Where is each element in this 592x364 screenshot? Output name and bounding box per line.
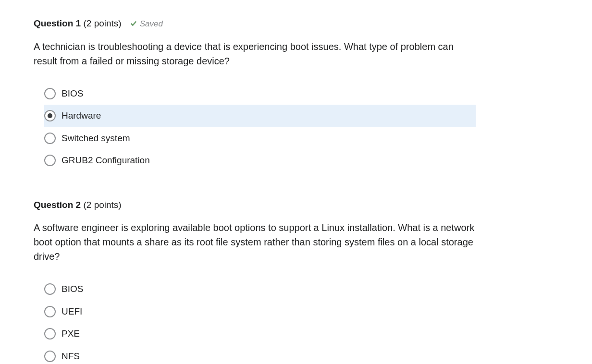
option-bios[interactable]: BIOS xyxy=(44,83,476,105)
option-pxe[interactable]: PXE xyxy=(44,323,476,345)
question-text: A technician is troubleshooting a device… xyxy=(34,39,476,68)
option-nfs[interactable]: NFS xyxy=(44,345,476,364)
radio-button[interactable] xyxy=(44,155,56,166)
question-text: A software engineer is exploring availab… xyxy=(34,220,476,264)
option-label: NFS xyxy=(62,350,80,364)
question-number: Question 2 xyxy=(34,200,81,210)
option-label: BIOS xyxy=(62,282,83,296)
question-number: Question 1 xyxy=(34,18,81,28)
saved-indicator: Saved xyxy=(130,18,163,30)
radio-button[interactable] xyxy=(44,283,56,295)
option-label: PXE xyxy=(62,327,80,341)
option-label: BIOS xyxy=(62,87,83,101)
radio-button[interactable] xyxy=(44,88,56,99)
option-label: Hardware xyxy=(62,109,101,123)
check-icon xyxy=(130,20,137,27)
option-label: GRUB2 Configuration xyxy=(62,154,150,168)
question-2: Question 2 (2 points) A software enginee… xyxy=(34,198,558,364)
question-title: Question 1 (2 points) xyxy=(34,17,122,31)
saved-label: Saved xyxy=(140,18,163,30)
option-uefi[interactable]: UEFI xyxy=(44,301,476,323)
option-switched-system[interactable]: Switched system xyxy=(44,127,476,150)
question-1: Question 1 (2 points) Saved A technician… xyxy=(34,17,558,172)
question-header: Question 2 (2 points) xyxy=(34,198,558,212)
option-label: Switched system xyxy=(62,132,130,146)
radio-button[interactable] xyxy=(44,133,56,144)
question-points: (2 points) xyxy=(83,18,121,28)
option-bios[interactable]: BIOS xyxy=(44,278,476,301)
options-group: BIOS UEFI PXE NFS xyxy=(34,278,476,364)
option-hardware[interactable]: Hardware xyxy=(44,105,476,127)
options-group: BIOS Hardware Switched system GRUB2 Conf… xyxy=(34,83,476,172)
radio-button[interactable] xyxy=(44,110,56,121)
radio-button[interactable] xyxy=(44,351,56,362)
radio-button[interactable] xyxy=(44,328,56,340)
question-title: Question 2 (2 points) xyxy=(34,198,122,212)
option-label: UEFI xyxy=(62,305,82,319)
radio-button[interactable] xyxy=(44,306,56,317)
question-header: Question 1 (2 points) Saved xyxy=(34,17,558,31)
question-points: (2 points) xyxy=(83,200,121,210)
option-grub2-configuration[interactable]: GRUB2 Configuration xyxy=(44,149,476,172)
